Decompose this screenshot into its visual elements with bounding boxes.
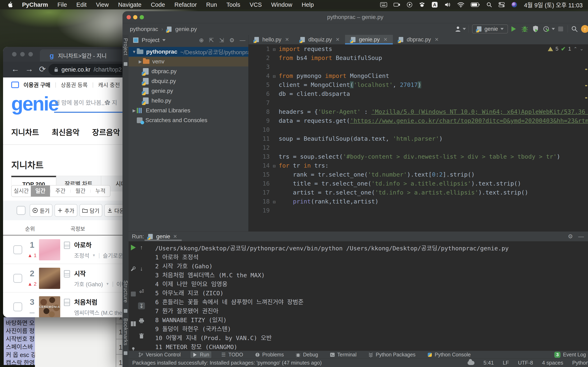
project-tree-item-dbquiz.py[interactable]: dbquiz.py (129, 76, 249, 86)
play-circle-icon[interactable] (407, 1, 412, 8)
run-button[interactable] (511, 25, 516, 33)
filter-0[interactable]: 실시간 (12, 185, 31, 197)
settings-gear-icon[interactable]: ⚙ (568, 233, 573, 240)
run-with-coverage-button[interactable] (532, 25, 539, 33)
ide-titlebar[interactable]: pythonprac – genie.py (122, 11, 588, 23)
code-line[interactable]: 1⊟import requests (249, 44, 588, 53)
volume-icon[interactable] (444, 1, 451, 8)
nav-item[interactable]: 장르음악 (92, 126, 120, 137)
keyboard-icon[interactable] (380, 1, 387, 8)
status-file-encoding[interactable]: UTF-8 (518, 360, 533, 366)
code-line[interactable]: 16 title = tr.select_one('td.info > a.ti… (249, 179, 588, 188)
collapse-all-icon[interactable]: ⇲ (219, 37, 224, 44)
lyrics-icon[interactable] (64, 299, 70, 306)
chevron-down-icon[interactable] (162, 39, 165, 41)
code-line[interactable]: 9data = requests.get('https://www.genie.… (249, 116, 588, 125)
chevron-down-icon[interactable]: ▼ (92, 253, 96, 258)
input-source-A-icon[interactable]: A (432, 1, 438, 8)
song-checkbox[interactable] (13, 245, 22, 254)
artist-name[interactable]: 가호 (Gaho) (74, 280, 103, 288)
run-tab-name[interactable]: genie (156, 233, 170, 240)
clear-console-icon[interactable] (138, 333, 145, 340)
breadcrumb-file[interactable]: genie.py (175, 26, 197, 33)
song-checkbox[interactable] (13, 274, 22, 283)
code-line[interactable]: 10 (249, 125, 588, 134)
scroll-to-end-icon[interactable]: ↧ (138, 302, 145, 309)
menu-item-navigate[interactable]: Navigate (118, 1, 141, 8)
down-stack-trace-icon[interactable]: ↓ (138, 265, 145, 272)
project-tree-item-pythonprac[interactable]: ▼pythonprac~/Desktop/공코딩/pythonpra (129, 47, 249, 57)
stop-process-button[interactable] (130, 291, 137, 298)
menu-item-run[interactable]: Run (206, 1, 217, 8)
tool-stripe-structure[interactable]: Structure (123, 280, 129, 303)
back-button[interactable]: ← (11, 64, 19, 74)
action-button-담기[interactable]: 담기 (79, 204, 102, 217)
album-art[interactable]: CEREMONIA (39, 296, 60, 317)
close-icon[interactable]: ✕ (173, 234, 177, 239)
windows-icon[interactable] (394, 1, 400, 8)
code-line[interactable]: 12 (249, 143, 588, 152)
paw-icon[interactable] (419, 1, 425, 8)
menu-item-vcs[interactable]: VCS (250, 1, 262, 8)
close-icon[interactable]: ✕ (435, 37, 439, 42)
status-python-interpreter[interactable]: Python 3.8 (pythonprac) (572, 360, 588, 366)
tool-bar-item-python-packages[interactable]: Python Packages (366, 351, 417, 358)
project-tree-item-genie.py[interactable]: genie.py (129, 86, 249, 96)
ide-zoom-button[interactable] (140, 15, 144, 19)
menu-item-window[interactable]: Window (271, 1, 292, 8)
browser-titlebar[interactable]: g 지니차트>일간 - 지니 (3, 47, 135, 62)
hide-panel-icon[interactable]: — (240, 37, 245, 43)
ide-close-button[interactable] (127, 15, 131, 19)
close-icon[interactable]: ✕ (383, 37, 388, 42)
filter-2[interactable]: 주간 (51, 185, 70, 197)
browser-zoom-button[interactable] (28, 52, 33, 57)
siri-icon[interactable] (511, 1, 517, 8)
locate-file-icon[interactable]: ⊕ (199, 37, 204, 44)
tool-bar-item-debug[interactable]: Debug (294, 351, 320, 358)
code-line[interactable]: 13trs = soup.select('#body-content > div… (249, 152, 588, 161)
print-icon[interactable] (138, 317, 145, 324)
user-account-button[interactable] (455, 25, 466, 33)
project-tree-item-Scratches and Consoles[interactable]: Scratches and Consoles (129, 115, 249, 125)
browser-minimize-button[interactable] (20, 52, 25, 57)
spotlight-icon[interactable] (486, 1, 492, 8)
code-line[interactable]: 11soup = BeautifulSoup(data.text, 'html.… (249, 134, 588, 143)
run-configuration-select[interactable]: genie (472, 25, 508, 33)
code-line[interactable]: 15 rank = tr.select_one('td.number').tex… (249, 170, 588, 179)
soft-wrap-icon[interactable]: ⏎ (138, 288, 145, 295)
filter-3[interactable]: 월간 (71, 185, 90, 197)
album-art[interactable] (39, 268, 60, 289)
tool-bar-item-python-console[interactable]: Python Console (425, 351, 473, 358)
status-caret-position[interactable]: 5:41 (484, 360, 494, 366)
code-line[interactable]: 17 artist = tr.select_one('td.info > a.a… (249, 188, 588, 197)
topbar-link[interactable]: 이용권 구매 (24, 81, 51, 89)
pin-tab-icon[interactable] (130, 346, 137, 351)
hide-panel-icon[interactable]: — (578, 233, 584, 240)
project-panel-title[interactable]: Project (142, 37, 159, 43)
album-art[interactable] (39, 239, 60, 260)
filter-1[interactable]: 일간 (31, 185, 50, 197)
topbar-link[interactable]: 상품권 등록 (61, 81, 88, 89)
code-line[interactable]: 5client = MongoClient('localhost', 27017… (249, 80, 588, 89)
menu-item-view[interactable]: View (96, 1, 109, 8)
project-tree-item-External Libraries[interactable]: ▶External Libraries (129, 106, 249, 115)
code-line[interactable]: 7 (249, 98, 588, 107)
code-line[interactable]: 3 (249, 62, 588, 71)
breadcrumb-project[interactable]: pythonprac (130, 26, 158, 33)
search-everywhere-button[interactable] (571, 25, 578, 33)
status-line-separator[interactable]: LF (503, 360, 509, 366)
tool-bar-item-problems[interactable]: Problems (253, 351, 286, 358)
up-stack-trace-icon[interactable]: ↑ (138, 244, 145, 251)
menu-item-tools[interactable]: Tools (226, 1, 240, 8)
rerun-button[interactable] (130, 244, 137, 251)
browser-tab[interactable]: g 지니차트>일간 - 지니 (40, 49, 135, 62)
battery-icon[interactable] (471, 1, 480, 8)
stop-button[interactable] (558, 25, 563, 33)
menu-item-help[interactable]: Help (302, 1, 314, 8)
menu-item-pycharm[interactable]: PyCharm (22, 1, 48, 8)
artist-name[interactable]: 조정석 (74, 251, 89, 259)
action-button-추가[interactable]: 추가 (54, 204, 77, 217)
cloud-settings-icon[interactable] (467, 361, 475, 365)
more-run-options-chevron[interactable] (552, 25, 555, 33)
code-line[interactable]: 18⊟ print(rank,title,artist) (249, 197, 588, 206)
